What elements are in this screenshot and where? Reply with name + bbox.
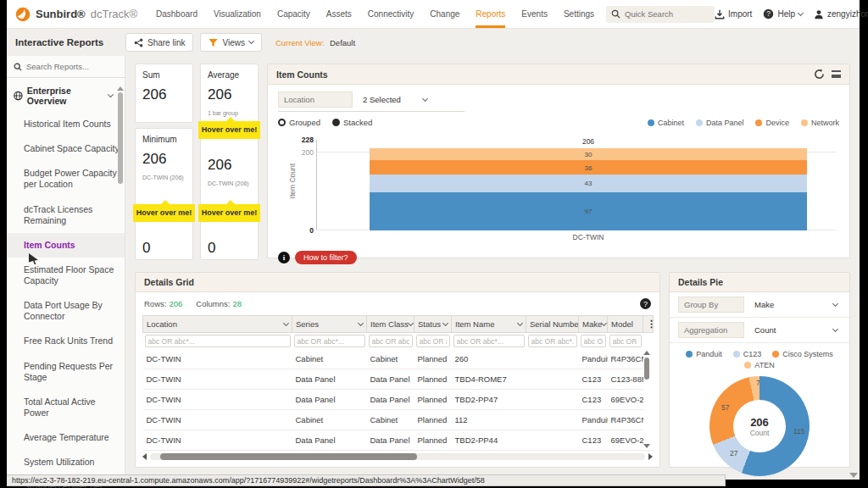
legend-swatch	[696, 119, 703, 126]
scrollbar-thumb[interactable]	[644, 358, 649, 380]
sidebar-item-pending-requests[interactable]: Pending Requests Per Stage	[7, 354, 125, 390]
sidebar-item-historical-item-counts[interactable]: Historical Item Counts	[7, 112, 125, 136]
table-row[interactable]: DC-TWIN Data Panel Data Panel Planned TB…	[143, 430, 654, 451]
legend-item-aten[interactable]: ATEN	[744, 361, 774, 369]
quick-search[interactable]	[606, 6, 715, 23]
bar-segment-network[interactable]: 30	[370, 148, 807, 160]
legend-item-network[interactable]: Network	[801, 119, 839, 127]
col-header-make[interactable]: Make	[579, 316, 608, 333]
nav-item-change[interactable]: Change	[430, 0, 459, 28]
item-counts-panel: Item Counts Location 2 Selected	[267, 64, 850, 258]
col-header-location[interactable]: Location	[143, 316, 292, 333]
sidebar-item-cabinet-space-capacity[interactable]: Cabinet Space Capacity	[7, 136, 125, 161]
aggregation-dropdown[interactable]: Count	[754, 325, 776, 335]
scroll-right-icon[interactable]	[648, 453, 653, 460]
legend-item-data-panel[interactable]: Data Panel	[696, 119, 744, 127]
col-header-item-class[interactable]: Item Class	[367, 316, 415, 333]
views-button[interactable]: Views	[200, 33, 262, 52]
group-by-dropdown[interactable]: Make	[754, 300, 774, 309]
sidebar-item-system-utilization[interactable]: System Utilization	[7, 450, 125, 474]
bar-segment-device[interactable]: 36	[370, 160, 807, 175]
details-grid-table: Location Series Item Class Status Item N…	[142, 315, 654, 451]
item-name-link[interactable]: TBD2-PP44	[452, 430, 526, 451]
scroll-down-icon[interactable]	[643, 444, 650, 448]
info-icon[interactable]: i	[278, 252, 290, 263]
filter-input-location[interactable]	[145, 335, 291, 347]
item-name-link[interactable]: TBD4-ROME7	[452, 369, 526, 390]
quick-search-input[interactable]	[625, 9, 709, 19]
sidebar-item-average-temperature[interactable]: Average Temperature	[7, 425, 125, 450]
filter-input-model[interactable]	[609, 335, 642, 347]
item-name-link[interactable]: 112	[452, 410, 526, 430]
help-menu[interactable]: ? Help	[763, 8, 803, 19]
filter-input-series[interactable]	[294, 335, 365, 347]
scroll-left-icon[interactable]	[142, 453, 147, 460]
legend-item-device[interactable]: Device	[755, 119, 789, 127]
sidebar-scrollbar[interactable]	[117, 86, 123, 476]
nav-item-settings[interactable]: Settings	[564, 0, 594, 28]
sidebar-item-dctrack-licenses[interactable]: dcTrack Licenses Remaining	[7, 197, 125, 233]
user-menu[interactable]: zengyizhong	[814, 9, 868, 19]
brand[interactable]: Sunbird® dcTrack®	[15, 7, 137, 22]
table-row[interactable]: DC-TWIN Data Panel Data Panel Planned TB…	[143, 369, 654, 390]
col-header-item-name[interactable]: Item Name	[452, 316, 526, 333]
sidebar-item-budget-power-capacity[interactable]: Budget Power Capacity per Location	[7, 161, 125, 197]
menu-icon[interactable]	[832, 70, 841, 78]
col-header-model[interactable]: Model	[608, 316, 643, 333]
col-header-series[interactable]: Series	[292, 316, 367, 333]
how-to-filter-button[interactable]: How to filter?	[295, 251, 357, 264]
location-filter-dropdown[interactable]: 2 Selected	[363, 95, 427, 104]
legend-item-cabinet[interactable]: Cabinet	[648, 119, 684, 127]
page-scroll-down-icon[interactable]	[849, 473, 858, 478]
user-icon	[814, 9, 824, 19]
import-button[interactable]: Import	[715, 9, 752, 19]
grid-vertical-scrollbar[interactable]	[643, 351, 651, 448]
sidebar-search[interactable]	[7, 56, 125, 78]
sidebar-item-free-rack-units[interactable]: Free Rack Units Trend	[7, 329, 125, 353]
search-icon	[14, 63, 22, 71]
item-name-link[interactable]: TBD2-PP47	[452, 390, 526, 410]
sidebar-group-enterprise-overview[interactable]: Enterprise Overview	[7, 78, 125, 112]
sidebar-item-estimated-floor-space[interactable]: Estimated Floor Space Capacity	[7, 258, 125, 293]
table-row[interactable]: DC-TWIN Cabinet Cabinet Planned 260 Pand…	[143, 349, 654, 369]
nav-item-dashboard[interactable]: Dashboard	[156, 0, 198, 28]
table-row[interactable]: DC-TWIN Cabinet Cabinet Planned 112 Pand…	[143, 410, 654, 430]
sidebar-search-input[interactable]	[26, 62, 111, 71]
legend-item-cisco-systems[interactable]: Cisco Systems	[772, 350, 833, 358]
filter-input-status[interactable]	[416, 335, 450, 347]
scroll-up-icon[interactable]	[117, 86, 124, 91]
col-header-serial-number[interactable]: Serial Number	[526, 316, 579, 333]
legend-item-c123[interactable]: C123	[733, 350, 762, 358]
sidebar-item-total-actual-power[interactable]: Total Actual Active Power	[7, 390, 125, 425]
nav-item-connectivity[interactable]: Connectivity	[368, 0, 414, 28]
filter-input-make[interactable]	[581, 335, 606, 347]
bar-segment-cabinet[interactable]: 97	[370, 192, 807, 231]
radio-grouped[interactable]: Grouped	[278, 118, 320, 127]
filter-input-item-name[interactable]	[453, 335, 525, 347]
nav-item-reports[interactable]: Reports	[476, 0, 505, 28]
legend-item-panduit[interactable]: Panduit	[686, 350, 722, 358]
table-row[interactable]: DC-TWIN Data Panel Data Panel Planned TB…	[143, 390, 654, 410]
nav-item-assets[interactable]: Assets	[326, 0, 352, 28]
bar-segment-data-panel[interactable]: 43	[370, 175, 807, 191]
radio-stacked[interactable]: Stacked	[332, 118, 372, 127]
scrollbar-thumb[interactable]	[118, 92, 123, 184]
col-header-status[interactable]: Status	[415, 316, 452, 333]
sidebar-item-data-port-usage[interactable]: Data Port Usage By Connector	[7, 293, 125, 329]
nav-item-capacity[interactable]: Capacity	[277, 0, 310, 28]
item-name-link[interactable]: 260	[452, 349, 526, 369]
sidebar-item-item-counts[interactable]: Item Counts	[7, 233, 125, 258]
refresh-icon[interactable]	[814, 69, 825, 80]
scrollbar-thumb[interactable]	[160, 453, 418, 460]
filter-input-serial-number[interactable]	[528, 335, 577, 347]
grid-column-menu[interactable]: ⋮	[643, 316, 654, 333]
nav-menu: Dashboard Visualization Capacity Assets …	[156, 0, 594, 28]
grid-horizontal-scrollbar[interactable]	[142, 453, 653, 460]
nav-item-visualization[interactable]: Visualization	[214, 0, 261, 28]
filter-input-item-class[interactable]	[369, 335, 413, 347]
nav-item-events[interactable]: Events	[521, 0, 548, 28]
scrollbar-track[interactable]	[150, 453, 645, 460]
grid-help-icon[interactable]: ?	[640, 298, 651, 309]
share-link-button[interactable]: Share link	[125, 33, 193, 52]
scroll-up-icon[interactable]	[643, 351, 650, 355]
